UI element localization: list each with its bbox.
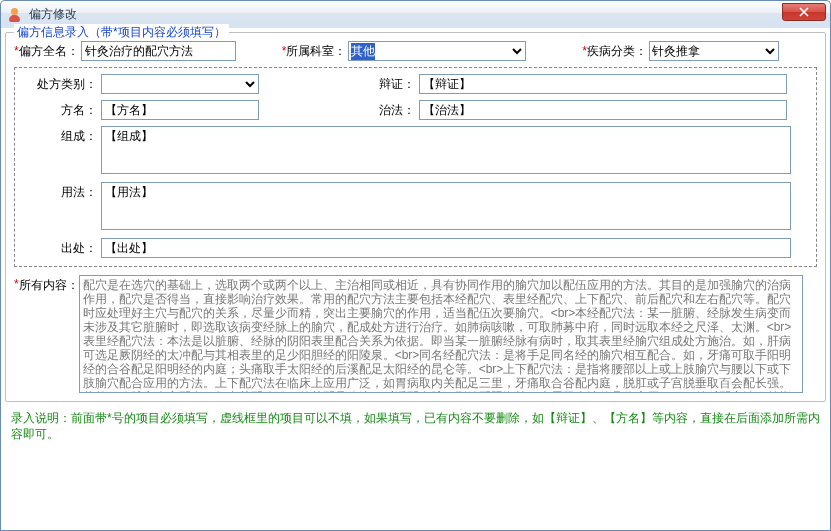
zucheng-label: 组成： — [19, 126, 101, 145]
dept-select[interactable] — [348, 41, 526, 61]
zhifa-label: 治法： — [379, 102, 419, 119]
fangming-input[interactable] — [101, 100, 259, 120]
chuchu-label: 出处： — [19, 240, 101, 257]
footer-note: 录入说明：前面带*号的项目必须填写，虚线框里的项目可以不填，如果填写，已有内容不… — [5, 406, 826, 444]
category-select[interactable] — [649, 41, 779, 61]
fangming-label: 方名： — [19, 102, 101, 119]
zhifa-input[interactable] — [419, 100, 787, 120]
dept-label: 所属科室： — [286, 43, 348, 60]
app-icon — [7, 7, 23, 23]
zucheng-input[interactable] — [101, 126, 791, 174]
yongfa-input[interactable] — [101, 182, 791, 230]
category-label: 疾病分类： — [587, 43, 649, 60]
bianzheng-input[interactable] — [419, 74, 787, 94]
close-icon — [799, 7, 809, 17]
all-label: 所有内容： — [19, 275, 79, 294]
name-input[interactable] — [81, 41, 236, 61]
chuchu-input[interactable] — [101, 238, 791, 258]
close-button[interactable] — [782, 3, 826, 21]
type-select[interactable] — [101, 74, 259, 94]
all-content-input[interactable] — [79, 275, 803, 393]
name-label: 偏方全名： — [19, 43, 81, 60]
type-label: 处方类别： — [19, 76, 101, 93]
group-legend: 偏方信息录入（带*项目内容必须填写） — [14, 24, 229, 41]
yongfa-label: 用法： — [19, 182, 101, 201]
bianzheng-label: 辩证： — [379, 76, 419, 93]
window-title: 偏方修改 — [29, 6, 77, 23]
